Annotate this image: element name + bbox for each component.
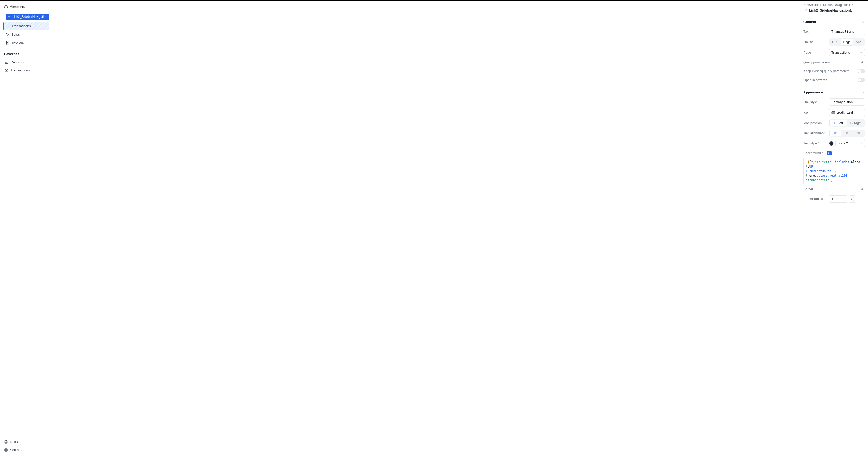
breadcrumb-parent[interactable]: NavSection1_SidebarNavigation1 [803, 3, 850, 7]
field-label: Background * [803, 151, 823, 155]
select-value: Body 2 [838, 142, 848, 145]
align-left-arrow-icon [834, 121, 837, 124]
linkstyle-select[interactable]: Primary button [829, 98, 865, 106]
selected-component-badge[interactable]: Link2_SidebarNavigation1 [6, 13, 49, 20]
sidebar-item-docs[interactable]: Docs [3, 438, 50, 446]
field-label: Page [803, 51, 827, 54]
svg-point-2 [6, 34, 7, 34]
align-right-icon [857, 132, 860, 135]
iconpos-right[interactable]: Right [847, 120, 865, 126]
sidebar-item-sales[interactable]: Sales [3, 30, 49, 38]
chevron-down-icon [860, 142, 863, 145]
chevron-down-icon [860, 51, 863, 54]
more-menu[interactable]: ⋯ [861, 3, 865, 7]
home-outline-icon [4, 5, 8, 9]
node-name: Link2_SidebarNavigation1 [809, 8, 852, 12]
content-section-head[interactable]: Content [803, 16, 865, 26]
icon-value: credit_card [837, 111, 853, 114]
editor-canvas[interactable] [53, 0, 800, 456]
field-label: Text alignment [803, 132, 827, 135]
radius-input[interactable] [829, 195, 847, 203]
coin-icon [5, 68, 8, 72]
sidebar-item-label: Docs [10, 440, 18, 444]
linkto-page[interactable]: Page [841, 39, 852, 45]
plus-icon [860, 60, 864, 64]
nav-section-selected[interactable]: Link2_SidebarNavigation1 Home Transactio… [3, 13, 50, 47]
align-right-arrow-icon [850, 121, 853, 124]
text-color-swatch[interactable] [829, 141, 834, 146]
field-textalign: Text alignment [803, 128, 865, 138]
field-text: Text [803, 26, 865, 37]
select-value: Transactions [831, 51, 850, 54]
background-code-editor[interactable]: {{["/projects"].includes(Global.URL.curr… [803, 158, 865, 185]
newtab-toggle[interactable] [858, 78, 865, 82]
add-query-param-button[interactable] [860, 60, 865, 65]
selected-node-row[interactable]: Link2_SidebarNavigation1 [803, 8, 865, 16]
gear-icon [4, 448, 8, 452]
breadcrumb: NavSection1_SidebarNavigation1 / ⋯ [803, 3, 865, 8]
field-radius: Border radius [803, 194, 865, 204]
field-label: Border [803, 188, 858, 191]
field-label: Text style * [803, 142, 827, 145]
textalign-segmented [829, 130, 865, 137]
fx-tag[interactable] [827, 151, 832, 155]
section-title: Content [803, 20, 816, 24]
corners-icon [851, 197, 855, 201]
move-icon [8, 15, 11, 18]
sidebar-item-reporting[interactable]: Reporting [3, 58, 50, 66]
radius-per-corner-button[interactable] [849, 195, 856, 203]
field-label: Border radius [803, 197, 827, 201]
field-icon: Icon * credit_card [803, 107, 865, 118]
linkto-app[interactable]: App [853, 39, 864, 45]
org-header[interactable]: Acme inc. [3, 2, 50, 13]
field-label: Open in new tab [803, 78, 856, 82]
bar-chart-icon [5, 60, 8, 64]
field-label: Icon * [803, 111, 827, 114]
top-black-bar [0, 0, 868, 1]
svg-rect-0 [6, 25, 9, 27]
inspector-panel: NavSection1_SidebarNavigation1 / ⋯ Link2… [800, 0, 868, 456]
textalign-center[interactable] [841, 131, 852, 136]
add-border-button[interactable] [860, 187, 865, 192]
appearance-section-head[interactable]: Appearance [803, 87, 865, 97]
svg-point-11 [5, 450, 6, 451]
svg-rect-14 [832, 112, 835, 114]
sidebar-item-invoices[interactable]: Invoices [3, 38, 49, 47]
field-keep-query: Keep existing query parameters [803, 67, 865, 76]
tag-icon [5, 33, 9, 36]
svg-rect-6 [6, 61, 7, 63]
keep-query-toggle[interactable] [858, 69, 865, 73]
sidebar-item-label: Transactions [11, 24, 31, 28]
field-page: Page Transactions [803, 47, 865, 58]
credit-card-icon [6, 24, 9, 28]
textstyle-select[interactable]: Body 2 [835, 140, 865, 147]
field-label: Icon position [803, 121, 827, 125]
svg-rect-7 [7, 61, 8, 63]
textalign-left[interactable] [830, 131, 841, 136]
align-center-icon [845, 132, 849, 135]
sidebar-item-label: Reporting [10, 60, 25, 64]
page-select[interactable]: Transactions [829, 49, 865, 56]
sidebar-item-transactions[interactable]: Transactions [3, 22, 49, 30]
favorites-heading: Favorites [3, 47, 50, 58]
sidebar-item-fav-transactions[interactable]: Transactions [3, 66, 50, 74]
link-icon [803, 9, 807, 12]
credit-card-icon [831, 111, 835, 114]
field-query-params: Query parameters [803, 58, 865, 67]
icon-picker[interactable]: credit_card [829, 109, 865, 116]
iconpos-left[interactable]: Left [830, 120, 847, 126]
field-label: Keep existing query parameters [803, 69, 856, 73]
text-input[interactable] [829, 28, 865, 35]
field-label: Query parameters [803, 60, 858, 64]
field-label: Link style [803, 100, 827, 104]
sidebar-item-settings[interactable]: Settings [3, 446, 50, 454]
linkto-url[interactable]: URL [830, 39, 841, 45]
plus-icon [860, 188, 864, 191]
linkto-segmented: URL Page App [829, 38, 865, 46]
field-background-label: Background * [803, 149, 865, 158]
chevron-down-icon [862, 21, 865, 24]
textalign-right[interactable] [853, 131, 864, 136]
clear-icon[interactable] [859, 111, 863, 114]
field-linkto: Link to URL Page App [803, 37, 865, 47]
sidebar-item-label: Invoices [11, 40, 24, 45]
